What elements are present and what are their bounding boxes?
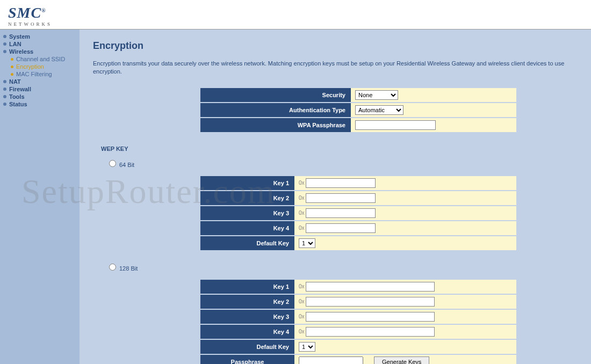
passphrase-input[interactable] <box>299 356 363 364</box>
wep-64-option[interactable]: 64 Bit <box>109 160 578 168</box>
wep-64-label: 64 Bit <box>119 162 134 168</box>
page-description: Encryption transmits your data securely … <box>93 60 578 76</box>
sidebar-label: MAC Filtering <box>16 71 52 77</box>
key3-label: Key 3 <box>200 206 294 220</box>
security-form: Security None Authentication Type Automa… <box>200 88 578 132</box>
sidebar-item-system[interactable]: System <box>0 33 80 40</box>
bullet-icon <box>11 73 13 76</box>
content: Encryption Encryption transmits your dat… <box>80 30 591 364</box>
key1-label: Key 1 <box>200 280 294 294</box>
hex-prefix: 0x <box>299 195 305 201</box>
sidebar-label: Wireless <box>9 48 33 55</box>
sidebar-label: Encryption <box>16 63 44 70</box>
page-title: Encryption <box>93 40 578 52</box>
sidebar-label: Status <box>9 101 27 107</box>
key2-label: Key 2 <box>200 295 294 309</box>
reg-mark: ® <box>41 8 46 13</box>
key2-label: Key 2 <box>200 191 294 205</box>
key1-128-input[interactable] <box>306 282 435 292</box>
hex-prefix: 0x <box>299 210 305 216</box>
wep-64-radio[interactable] <box>109 160 116 167</box>
key4-label: Key 4 <box>200 221 294 235</box>
logo: SMC® Networks <box>8 4 583 27</box>
bullet-icon <box>3 88 6 91</box>
bullet-icon <box>3 103 6 106</box>
generate-keys-button[interactable]: Generate Keys <box>374 356 429 364</box>
wep-128-form: Key 10x Key 20x Key 30x Key 40x Default … <box>200 280 578 364</box>
sidebar-item-channel-ssid[interactable]: Channel and SSID <box>0 55 80 63</box>
sidebar-label: LAN <box>9 41 21 47</box>
sidebar-label: Firewall <box>9 86 31 92</box>
key4-64-input[interactable] <box>306 223 376 233</box>
wep-128-radio[interactable] <box>109 264 116 271</box>
sidebar-item-tools[interactable]: Tools <box>0 93 80 100</box>
bullet-icon <box>3 95 6 98</box>
logo-tagline: Networks <box>8 21 583 27</box>
header: SMC® Networks <box>0 0 591 30</box>
bullet-icon <box>3 42 6 46</box>
wpa-passphrase-label: WPA Passphrase <box>200 118 351 132</box>
sidebar-item-firewall[interactable]: Firewall <box>0 85 80 93</box>
wep-128-label: 128 Bit <box>119 265 138 272</box>
bullet-icon <box>3 35 6 38</box>
logo-text: SMC <box>8 4 41 21</box>
sidebar-label: NAT <box>9 78 21 85</box>
sidebar-item-lan[interactable]: LAN <box>0 40 80 48</box>
key2-128-input[interactable] <box>306 297 435 307</box>
sidebar-label: Channel and SSID <box>16 56 65 62</box>
default-key-128-select[interactable]: 1 <box>299 342 315 352</box>
wep-64-form: Key 10x Key 20x Key 30x Key 40x Default … <box>200 176 578 250</box>
key3-64-input[interactable] <box>306 208 376 218</box>
bullet-icon <box>3 50 6 53</box>
default-key-label: Default Key <box>200 340 294 354</box>
security-select[interactable]: None <box>355 90 398 100</box>
bullet-icon <box>3 80 6 83</box>
bullet-icon <box>11 58 13 61</box>
wep-section-label: WEP KEY <box>101 145 578 152</box>
wep-128-option[interactable]: 128 Bit <box>109 264 578 272</box>
hex-prefix: 0x <box>299 283 305 289</box>
sidebar-label: Tools <box>9 93 25 100</box>
security-label: Security <box>200 88 351 102</box>
sidebar-item-status[interactable]: Status <box>0 100 80 108</box>
sidebar-item-encryption[interactable]: Encryption <box>0 63 80 70</box>
bullet-icon <box>11 65 13 68</box>
auth-type-label: Authentication Type <box>200 103 351 117</box>
sidebar-item-wireless[interactable]: Wireless <box>0 48 80 55</box>
sidebar-item-mac-filtering[interactable]: MAC Filtering <box>0 70 80 78</box>
key1-64-input[interactable] <box>306 178 376 188</box>
key3-label: Key 3 <box>200 310 294 324</box>
key3-128-input[interactable] <box>306 312 435 322</box>
default-key-64-select[interactable]: 1 <box>299 238 315 248</box>
sidebar: System LAN Wireless Channel and SSID Enc… <box>0 30 80 364</box>
sidebar-label: System <box>9 33 30 40</box>
key2-64-input[interactable] <box>306 193 376 203</box>
default-key-label: Default Key <box>200 236 294 250</box>
hex-prefix: 0x <box>299 329 305 334</box>
auth-type-select[interactable]: Automatic <box>355 105 403 115</box>
passphrase-label: Passphrase <box>200 355 294 364</box>
hex-prefix: 0x <box>299 225 305 231</box>
key1-label: Key 1 <box>200 176 294 190</box>
sidebar-item-nat[interactable]: NAT <box>0 78 80 85</box>
hex-prefix: 0x <box>299 299 305 304</box>
key4-label: Key 4 <box>200 325 294 339</box>
hex-prefix: 0x <box>299 180 305 186</box>
wpa-passphrase-input[interactable] <box>355 120 436 130</box>
key4-128-input[interactable] <box>306 327 435 337</box>
hex-prefix: 0x <box>299 314 305 319</box>
